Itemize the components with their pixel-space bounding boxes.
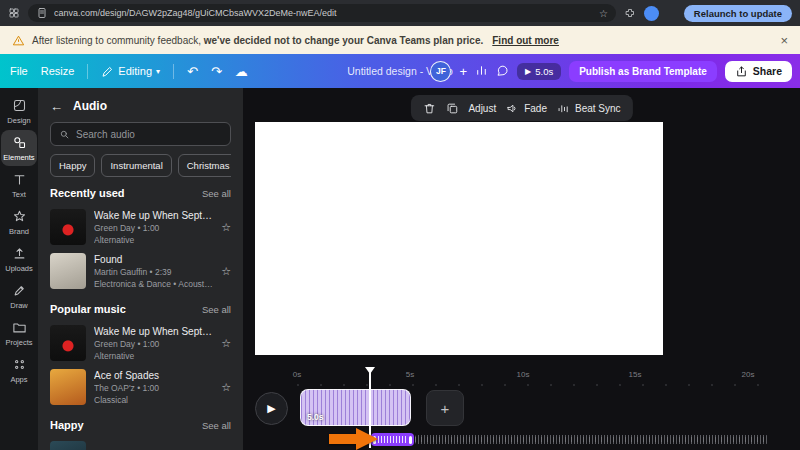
audio-search-box[interactable] — [50, 122, 231, 146]
extensions-icon[interactable] — [624, 7, 636, 19]
track-genre: Electronica & Dance • Acoustic ... — [94, 279, 213, 289]
sidebar-item-projects[interactable]: Projects — [1, 315, 37, 351]
cloud-save-status-icon[interactable]: ☁ — [235, 65, 248, 78]
chip-happy[interactable]: Happy — [50, 154, 95, 177]
see-all-link[interactable]: See all — [202, 188, 231, 199]
sidebar-item-design[interactable]: Design — [1, 93, 37, 129]
sidebar-item-brand[interactable]: Brand — [1, 204, 37, 240]
track-genre: Alternative — [94, 351, 213, 361]
video-clip-thumbnail[interactable]: 5.0s — [300, 389, 411, 426]
favorite-star-icon[interactable]: ☆ — [221, 221, 231, 234]
banner-link[interactable]: Find out more — [492, 35, 559, 46]
fade-button[interactable]: Fade — [506, 102, 547, 115]
chip-instrumental[interactable]: Instrumental — [101, 154, 171, 177]
elements-icon — [12, 135, 27, 150]
warning-icon — [12, 34, 25, 47]
delete-button[interactable] — [422, 102, 435, 115]
track-artist: Green Day • 1:00 — [94, 339, 213, 349]
editor-menubar: File Resize Editing ▾ ↶ ↷ ☁ Untitled des… — [0, 54, 800, 88]
track-artist: Martin Gauffin • 2:39 — [94, 267, 213, 277]
beat-sync-button[interactable]: Beat Sync — [557, 102, 621, 115]
search-input[interactable] — [76, 129, 222, 140]
play-icon: ▶ — [267, 402, 275, 415]
undo-button[interactable]: ↶ — [187, 65, 198, 78]
favorite-star-icon[interactable]: ☆ — [221, 265, 231, 278]
object-panel-rail: Design Elements Text Brand Uploads Draw — [0, 88, 38, 450]
add-scene-button[interactable]: + — [426, 390, 464, 426]
favorite-star-icon[interactable]: ☆ — [221, 337, 231, 350]
browser-profile-avatar[interactable] — [644, 6, 659, 21]
sidebar-item-apps[interactable]: Apps — [1, 352, 37, 388]
track-row[interactable]: Cool Cats ☆ — [50, 437, 231, 450]
upload-icon — [12, 246, 27, 261]
timeline-ruler: 0s 5s 10s 15s 20s — [243, 370, 800, 382]
back-arrow-icon[interactable]: ← — [50, 99, 63, 114]
banner-close-icon[interactable]: × — [780, 33, 788, 48]
redo-button[interactable]: ↷ — [211, 65, 222, 78]
text-icon — [12, 172, 27, 187]
beat-sync-label: Beat Sync — [575, 103, 621, 114]
ruler-tick: 5s — [406, 370, 414, 379]
plus-icon: + — [441, 400, 450, 417]
ruler-minor-ticks — [297, 384, 767, 386]
search-icon — [59, 129, 70, 140]
track-title: Wake Me up When September Ends — [94, 326, 213, 337]
album-art — [50, 209, 86, 245]
duplicate-button[interactable] — [445, 102, 458, 115]
ruler-tick: 15s — [629, 370, 642, 379]
sidebar-item-elements[interactable]: Elements — [1, 130, 37, 166]
app-window: canva.com/design/DAGW2pZag48/gUiCMCbsaWV… — [0, 0, 800, 450]
track-title: Wake Me up When September Ends — [94, 210, 213, 221]
divider — [87, 64, 88, 79]
duration-label: 5.0s — [535, 66, 553, 77]
panel-title: Audio — [73, 99, 107, 113]
track-row[interactable]: Wake Me up When September Ends Green Day… — [50, 321, 231, 365]
share-button[interactable]: Share — [725, 61, 792, 82]
track-genre: Classical — [94, 395, 213, 405]
apps-grid-icon — [12, 357, 27, 372]
fade-label: Fade — [524, 103, 547, 114]
sidebar-item-label: Elements — [3, 153, 34, 162]
notification-banner: After listening to community feedback, w… — [0, 26, 800, 54]
comments-icon[interactable] — [496, 64, 509, 79]
design-icon — [12, 98, 27, 113]
editor-area: Adjust Fade Beat Sync 0s 5s 10s 15s 20s — [243, 88, 800, 450]
invite-member-button[interactable]: + — [459, 64, 467, 79]
file-menu[interactable]: File — [10, 65, 28, 77]
publish-brand-template-button[interactable]: Publish as Brand Template — [569, 61, 717, 82]
track-row[interactable]: Ace of Spades The OAP'z • 1:00 Classical… — [50, 365, 231, 409]
adjust-button[interactable]: Adjust — [468, 103, 496, 114]
track-artist: The OAP'z • 1:00 — [94, 383, 213, 393]
bookmark-star-icon[interactable]: ☆ — [599, 8, 608, 19]
browser-menu-icon[interactable] — [8, 7, 20, 19]
editing-mode-label: Editing — [118, 65, 152, 77]
draw-pen-icon — [12, 283, 27, 298]
timeline-play-button[interactable]: ▶ — [255, 392, 288, 425]
sidebar-item-uploads[interactable]: Uploads — [1, 241, 37, 277]
sidebar-item-label: Draw — [10, 301, 28, 310]
design-canvas[interactable] — [255, 122, 663, 355]
insights-chart-icon[interactable] — [475, 64, 488, 79]
album-art — [50, 441, 86, 450]
see-all-link[interactable]: See all — [202, 420, 231, 431]
trash-icon — [422, 102, 435, 115]
sidebar-item-text[interactable]: Text — [1, 167, 37, 203]
track-row[interactable]: Found Martin Gauffin • 2:39 Electronica … — [50, 249, 231, 293]
editing-mode-menu[interactable]: Editing ▾ — [101, 65, 160, 78]
preview-play-button[interactable]: ▶ 5.0s — [517, 63, 561, 80]
relaunch-button[interactable]: Relaunch to update — [684, 5, 792, 22]
track-artist: Green Day • 1:00 — [94, 223, 213, 233]
resize-menu[interactable]: Resize — [41, 65, 75, 77]
favorite-star-icon[interactable]: ☆ — [221, 381, 231, 394]
user-avatar[interactable]: JF — [430, 61, 451, 82]
chevron-down-icon: ▾ — [156, 67, 160, 76]
see-all-link[interactable]: See all — [202, 304, 231, 315]
adjust-label: Adjust — [468, 103, 496, 114]
site-info-icon[interactable] — [36, 7, 48, 19]
banner-text-bold: we've decided not to change your Canva T… — [204, 35, 484, 46]
sidebar-item-draw[interactable]: Draw — [1, 278, 37, 314]
track-row[interactable]: Wake Me up When September Ends Green Day… — [50, 205, 231, 249]
audio-waveform — [415, 435, 768, 444]
url-bar[interactable]: canva.com/design/DAGW2pZag48/gUiCMCbsaWV… — [28, 4, 616, 22]
chip-christmas[interactable]: Christmas — [178, 154, 231, 177]
